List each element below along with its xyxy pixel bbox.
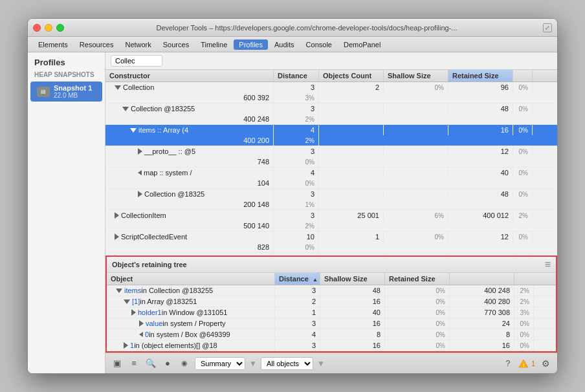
td-distance: 3 — [274, 82, 319, 93]
expand-icon[interactable] — [130, 128, 137, 133]
table-row[interactable]: CollectionItem 3 25 001 6% 400 012 2% 50… — [105, 210, 557, 232]
table-row[interactable]: Collection @183255 3 48 0% 400 248 2% — [105, 103, 557, 125]
ret-td-retained: 16 — [450, 340, 514, 351]
sidebar: Profiles HEAP SNAPSHOTS ▤ Snapshot 1 22.… — [28, 52, 105, 373]
th-objects[interactable]: Objects Count — [319, 70, 384, 82]
expand-icon[interactable] — [139, 332, 143, 337]
td-objects: 1 — [319, 232, 384, 242]
td-retained-pct: 2% — [274, 135, 319, 146]
td-retained: 500 140 — [105, 221, 274, 231]
ret-td-retained-pct: 0% — [514, 329, 534, 340]
expand-icon[interactable] — [124, 342, 128, 349]
table-row-selected[interactable]: items :: Array (4 4 16 0% 400 200 2% — [105, 125, 557, 146]
expand-icon[interactable] — [116, 289, 122, 293]
td-retained: 200 148 — [105, 199, 274, 210]
td-constructor: CollectionItem — [105, 210, 274, 221]
record-icon[interactable]: ● — [161, 357, 174, 370]
table-row[interactable]: __proto__ :: @5 3 12 0% 748 0% — [105, 146, 557, 168]
question-icon[interactable]: ? — [502, 357, 514, 370]
td-shallow: 96 — [448, 82, 513, 93]
sidebar-item-snapshot1[interactable]: ▤ Snapshot 1 22.0 MB — [30, 82, 102, 102]
ret-label: holder1 — [138, 309, 162, 316]
titlebar: Developer Tools – https://developers.goo… — [28, 19, 557, 37]
snapshot-name: Snapshot 1 — [54, 84, 92, 92]
td-retained-pct: 0% — [274, 178, 319, 188]
th-retained[interactable]: Retained Size — [448, 70, 513, 82]
rth-object[interactable]: Object — [107, 273, 275, 285]
rth-retained[interactable]: Retained Size — [385, 273, 450, 285]
search-icon[interactable]: 🔍 — [144, 357, 157, 370]
ret-td-object: 0 in system / Box @649399 — [107, 329, 275, 340]
th-distance[interactable]: Distance — [274, 70, 319, 82]
table-row[interactable]: Collection @18325 3 48 0% 200 148 1% — [105, 189, 557, 210]
ret-row[interactable]: 1 in (object elements)[] @18 3 16 0% 16 … — [107, 340, 556, 351]
snapshot-size: 22.0 MB — [54, 92, 92, 99]
menu-resources[interactable]: Resources — [74, 39, 119, 50]
expand-icon[interactable] — [122, 107, 129, 111]
table-row[interactable]: ScriptCollectedEvent 10 1 0% 12 0% 828 0… — [105, 232, 557, 253]
menu-timeline[interactable]: Timeline — [195, 39, 232, 50]
ret-row[interactable]: 0 in system / Box @649399 4 8 0% 8 0% — [107, 329, 556, 340]
td-constructor: __proto__ :: @5 — [105, 146, 274, 157]
menu-console[interactable]: Console — [301, 39, 337, 50]
td-objects — [319, 146, 384, 157]
td-objects: 25 001 — [319, 210, 384, 221]
table-row[interactable]: map :: system / 4 40 0% 104 0% — [105, 168, 557, 189]
menu-network[interactable]: Network — [120, 39, 156, 50]
expand-icon[interactable] — [124, 299, 130, 304]
ret-td-object: holder1 in Window @131051 — [107, 307, 275, 318]
menubar: Elements Resources Network Sources Timel… — [28, 37, 557, 52]
ret-td-shallow-pct: 0% — [385, 296, 450, 307]
td-retained: 400 200 — [105, 135, 274, 146]
expand-icon[interactable] — [138, 191, 142, 197]
td-constructor: map :: system / — [105, 168, 274, 178]
search-input[interactable] — [111, 55, 162, 67]
row-label: Collection — [123, 83, 154, 91]
expand-icon[interactable] — [138, 170, 142, 175]
camera-icon[interactable]: ◉ — [178, 357, 191, 370]
expand-icon[interactable] — [115, 85, 121, 90]
row-label: map :: system / — [144, 169, 192, 177]
ret-body[interactable]: items in Collection @183255 3 48 0% 400 … — [107, 285, 556, 351]
snapshot-icon: ▤ — [37, 87, 50, 97]
td-shallow: 12 — [448, 146, 513, 157]
table-row[interactable]: Collection 3 2 0% 96 0% 600 392 3% — [105, 82, 557, 103]
th-constructor[interactable]: Constructor — [105, 70, 274, 82]
panel-icon[interactable]: ▣ — [111, 357, 124, 370]
bottombar: ▣ ≡ 🔍 ● ◉ Summary ▼ All objects ▼ ? — [105, 353, 557, 373]
rth-shallow[interactable]: Shallow Size — [320, 273, 385, 285]
close-button[interactable] — [33, 24, 41, 32]
menu-sources[interactable]: Sources — [158, 39, 194, 50]
table-body[interactable]: Collection 3 2 0% 96 0% 600 392 3% — [105, 82, 557, 256]
menu-demopanel[interactable]: DemoPanel — [338, 39, 386, 50]
warning-count: 1 — [531, 360, 535, 367]
ret-row[interactable]: value in system / Property 3 16 0% 24 0% — [107, 318, 556, 329]
summary-select[interactable]: Summary — [195, 357, 245, 370]
ret-row[interactable]: items in Collection @183255 3 48 0% 400 … — [107, 285, 556, 296]
menu-profiles[interactable]: Profiles — [234, 39, 268, 50]
expand-icon[interactable] — [138, 148, 142, 155]
all-objects-select[interactable]: All objects — [261, 357, 313, 370]
td-constructor: ScriptCollectedEvent — [105, 232, 274, 242]
expand-icon[interactable] — [131, 309, 136, 316]
td-retained: 400 248 — [105, 114, 274, 124]
minimize-button[interactable] — [45, 24, 52, 32]
expand-icon[interactable] — [139, 320, 144, 327]
menu-audits[interactable]: Audits — [269, 39, 300, 50]
list-icon[interactable]: ≡ — [127, 357, 140, 370]
rth-distance[interactable]: Distance ▲ — [275, 273, 320, 285]
th-shallow[interactable]: Shallow Size — [384, 70, 448, 82]
ret-row[interactable]: [1] in Array @183251 2 16 0% 400 280 2% — [107, 296, 556, 307]
ret-row[interactable]: holder1 in Window @131051 1 40 0% 770 30… — [107, 307, 556, 318]
expand-icon[interactable]: ⤢ — [543, 23, 552, 32]
menu-elements[interactable]: Elements — [33, 39, 73, 50]
warning-badge: ! 1 — [518, 359, 535, 368]
expand-icon[interactable] — [115, 212, 119, 219]
gear-icon[interactable]: ⚙ — [539, 357, 552, 370]
expand-icon[interactable] — [115, 234, 119, 240]
td-objects-pct: 0% — [384, 82, 448, 93]
ret-label-rest: in (object elements)[] @18 — [134, 342, 217, 349]
maximize-button[interactable] — [56, 24, 64, 32]
td-shallow-pct: 0% — [513, 168, 533, 178]
ret-label-rest: in system / Box @649399 — [149, 331, 230, 338]
